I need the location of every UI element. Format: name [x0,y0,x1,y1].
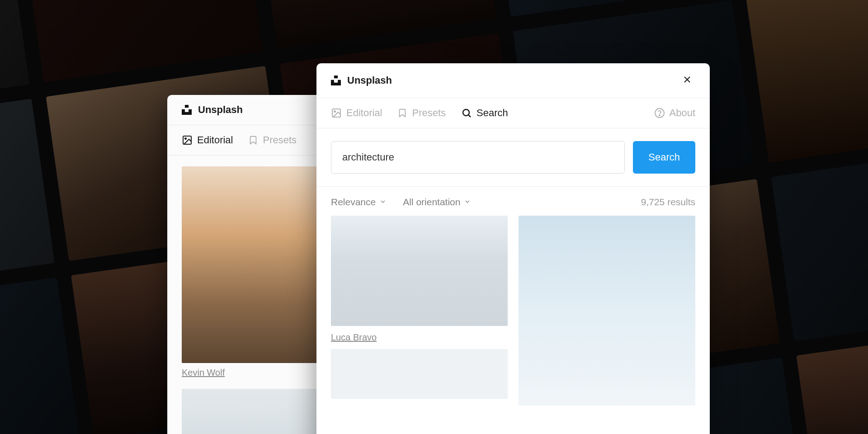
tab-label: Search [476,107,508,119]
chevron-down-icon [379,197,387,208]
image-thumbnail[interactable] [519,216,695,406]
image-thumbnail[interactable] [331,349,508,399]
filter-row: Relevance All orientation 9,725 results [316,187,710,216]
unsplash-logo-icon [331,75,341,85]
orientation-dropdown[interactable]: All orientation [403,197,471,208]
image-icon [331,108,342,118]
dropdown-label: All orientation [403,197,460,208]
app-title: Unsplash [198,104,243,116]
svg-point-3 [334,111,335,112]
search-input[interactable] [331,141,625,174]
photo-credit[interactable]: Luca Bravo [331,332,508,343]
tab-editorial[interactable]: Editorial [331,107,382,119]
photo-credit[interactable]: Kevin Wolf [182,368,225,377]
tab-label: Presets [412,107,446,119]
help-icon [654,108,665,118]
bookmark-icon [397,108,407,118]
close-button[interactable] [679,72,695,89]
app-title: Unsplash [347,75,392,86]
svg-point-1 [185,138,186,139]
bookmark-icon [248,135,258,145]
tab-about[interactable]: About [654,107,696,119]
svg-point-6 [659,115,660,116]
unsplash-modal: Unsplash Editorial Presets Search [316,63,710,434]
image-icon [182,135,193,146]
tabbar: Editorial Presets Search About [316,98,710,128]
dropdown-label: Relevance [331,197,376,208]
search-icon [461,108,472,118]
image-gallery: Luca Bravo [316,216,710,406]
image-thumbnail[interactable] [331,216,508,326]
tab-label: Presets [263,134,297,146]
chevron-down-icon [464,197,471,208]
tab-presets[interactable]: Presets [397,107,446,119]
close-icon [682,74,693,87]
sort-dropdown[interactable]: Relevance [331,197,387,208]
search-row: Search [316,128,710,187]
tab-presets[interactable]: Presets [248,134,297,146]
tab-label: Editorial [197,134,233,146]
tab-editorial[interactable]: Editorial [182,134,233,146]
tab-search[interactable]: Search [461,107,508,119]
titlebar: Unsplash [316,63,710,98]
svg-point-4 [463,109,469,116]
results-count: 9,725 results [641,197,695,208]
search-button[interactable]: Search [633,141,695,174]
tab-label: About [670,107,696,119]
unsplash-logo-icon [182,105,192,115]
tab-label: Editorial [346,107,382,119]
